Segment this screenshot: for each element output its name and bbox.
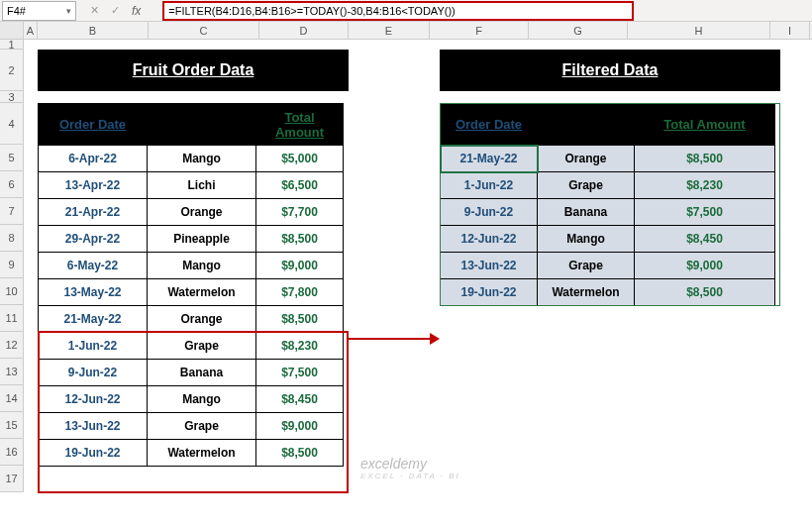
left-title[interactable]: Fruit Order Data [38,50,349,91]
cell-amount[interactable]: $8,450 [635,226,775,253]
header-fruit[interactable]: Fruit [148,104,256,146]
cell-date[interactable]: 6-May-22 [39,253,148,279]
cell-amount[interactable]: $9,000 [256,413,344,440]
cell-date[interactable]: 21-May-22 [39,306,148,333]
cell-fruit[interactable]: Orange [148,306,256,333]
col-header-b[interactable]: B [38,22,149,39]
cell-date[interactable]: 6-Apr-22 [39,146,148,172]
cancel-icon[interactable]: ✕ [90,4,99,17]
row-header[interactable]: 8 [0,225,24,252]
cell-date[interactable]: 21-Apr-22 [39,199,148,226]
name-box-dropdown-icon[interactable]: ▾ [66,6,71,16]
cell-amount[interactable]: $8,500 [635,146,775,172]
cell-amount[interactable]: $9,000 [256,253,344,279]
cell-amount[interactable]: $7,500 [635,199,775,226]
row-header[interactable]: 12 [0,332,24,359]
cell-fruit[interactable]: Mango [538,226,635,253]
cell-amount[interactable]: $8,500 [635,279,775,306]
row-header[interactable]: 3 [0,91,24,103]
cell-date[interactable]: 13-Jun-22 [441,253,538,279]
cell-fruit[interactable]: Grape [538,253,635,279]
cell-amount[interactable]: $8,230 [635,172,775,199]
col-header-c[interactable]: C [149,22,259,39]
col-header-a[interactable]: A [24,22,38,39]
cell-date[interactable]: 21-May-22 [441,146,538,172]
col-header-f[interactable]: F [430,22,529,39]
row-header[interactable]: 10 [0,278,24,305]
cell-date[interactable]: 12-Jun-22 [441,226,538,253]
table-row: 9-Jun-22Banana$7,500 [39,360,344,386]
cell-date[interactable]: 1-Jun-22 [39,333,148,360]
name-box[interactable]: F4# ▾ [2,1,76,21]
enter-icon[interactable]: ✓ [111,4,120,17]
row-header[interactable]: 2 [0,50,24,91]
cell-date[interactable]: 9-Jun-22 [39,360,148,386]
col-header-h[interactable]: H [628,22,770,39]
cell-amount[interactable]: $8,230 [256,333,344,360]
col-header-d[interactable]: D [259,22,349,39]
cell-fruit[interactable]: Orange [538,146,635,172]
row-header[interactable]: 17 [0,466,24,492]
row-header[interactable]: 5 [0,145,24,171]
cell-date[interactable]: 12-Jun-22 [39,386,148,413]
cell-amount[interactable]: $5,000 [256,146,344,172]
table-row: 12-Jun-22Mango$8,450 [441,226,775,253]
cell-date[interactable]: 9-Jun-22 [441,199,538,226]
table-row: 13-Apr-22Lichi$6,500 [39,172,344,199]
cell-amount[interactable]: $7,700 [256,199,344,226]
cell-amount[interactable]: $9,000 [635,253,775,279]
right-title[interactable]: Filtered Data [440,50,780,91]
cell-fruit[interactable]: Mango [148,386,256,413]
cell-amount[interactable]: $6,500 [256,172,344,199]
cell-fruit[interactable]: Banana [538,199,635,226]
fx-icon[interactable]: fx [132,4,149,18]
header-amount[interactable]: Total Amount [635,104,775,146]
cell-amount[interactable]: $7,800 [256,279,344,306]
header-fruit[interactable]: Fruit [538,104,635,146]
cell-date[interactable]: 1-Jun-22 [441,172,538,199]
cell-fruit[interactable]: Lichi [148,172,256,199]
table-row: 12-Jun-22Mango$8,450 [39,386,344,413]
cell-fruit[interactable]: Grape [538,172,635,199]
col-header-g[interactable]: G [529,22,628,39]
cell-fruit[interactable]: Watermelon [538,279,635,306]
row-header[interactable]: 1 [0,40,24,50]
col-header-i[interactable]: I [770,22,810,39]
cell-fruit[interactable]: Banana [148,360,256,386]
cell-fruit[interactable]: Grape [148,413,256,440]
cell-date[interactable]: 13-Jun-22 [39,413,148,440]
cell-fruit[interactable]: Pineapple [148,226,256,253]
cell-amount[interactable]: $8,450 [256,386,344,413]
header-amount[interactable]: Total Amount [256,104,344,146]
cell-amount[interactable]: $8,500 [256,306,344,333]
row-header[interactable]: 11 [0,305,24,332]
row-header[interactable]: 14 [0,385,24,412]
cell-fruit[interactable]: Watermelon [148,440,256,467]
row-header[interactable]: 13 [0,359,24,385]
cell-fruit[interactable]: Mango [148,253,256,279]
cell-date[interactable]: 13-May-22 [39,279,148,306]
col-header-e[interactable]: E [349,22,430,39]
header-order-date[interactable]: Order Date [39,104,148,146]
cell-fruit[interactable]: Orange [148,199,256,226]
row-header[interactable]: 15 [0,412,24,439]
cell-amount[interactable]: $8,500 [256,226,344,253]
grid-area: 1 2 3 4 5 6 7 8 9 10 11 12 13 14 15 16 1… [0,40,812,527]
cell-amount[interactable]: $7,500 [256,360,344,386]
header-order-date[interactable]: Order Date [441,104,538,146]
select-all-corner[interactable] [0,22,24,39]
cell-date[interactable]: 19-Jun-22 [441,279,538,306]
row-header[interactable]: 16 [0,439,24,466]
cell-fruit[interactable]: Grape [148,333,256,360]
cell-fruit[interactable]: Mango [148,146,256,172]
row-header[interactable]: 4 [0,103,24,145]
cell-amount[interactable]: $8,500 [256,440,344,467]
cell-fruit[interactable]: Watermelon [148,279,256,306]
cell-date[interactable]: 19-Jun-22 [39,440,148,467]
row-header[interactable]: 6 [0,171,24,198]
formula-bar[interactable]: =FILTER(B4:D16,B4:B16>=TODAY()-30,B4:B16… [162,1,634,21]
cell-date[interactable]: 13-Apr-22 [39,172,148,199]
row-header[interactable]: 7 [0,198,24,225]
cell-date[interactable]: 29-Apr-22 [39,226,148,253]
row-header[interactable]: 9 [0,252,24,278]
